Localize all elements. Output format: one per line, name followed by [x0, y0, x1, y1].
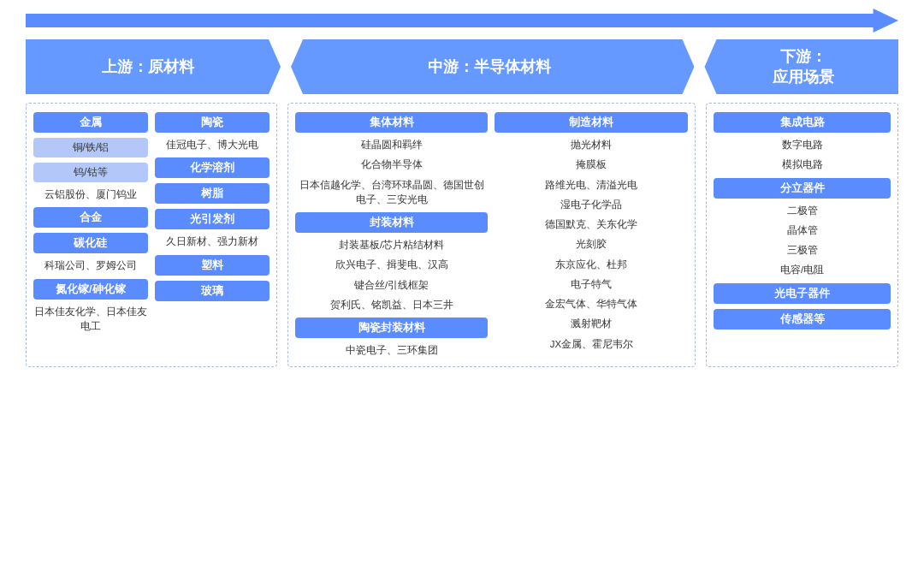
list-item: 湿电子化学品 — [495, 198, 688, 212]
list-item: 封装材料 — [295, 212, 489, 233]
list-item: 光刻胶 — [495, 237, 688, 252]
list-item: 抛光材料 — [495, 138, 688, 152]
list-item: 化合物半导体 — [295, 157, 489, 172]
list-item: 德国默克、关东化学 — [495, 217, 688, 232]
list-item: 封装基板/芯片粘结材料 — [295, 238, 489, 252]
list-item: 钨/钴等 — [33, 163, 148, 182]
list-item: 科瑞公司、罗姆公司 — [33, 258, 148, 273]
mid-col2: 制造材料抛光材料掩膜板路维光电、清溢光电湿电子化学品德国默克、关东化学光刻胶东京… — [495, 112, 688, 358]
list-item: 三极管 — [714, 243, 891, 258]
list-item: 溅射靶材 — [495, 317, 688, 331]
list-item: 集成电路 — [714, 112, 891, 133]
list-item: 铜/铁/铝 — [33, 138, 148, 157]
list-item: 陶瓷封装材料 — [295, 318, 489, 338]
list-item: 久日新材、强力新材 — [155, 235, 270, 249]
list-item: 欣兴电子、揖斐电、汉高 — [295, 258, 489, 272]
list-item: 化学溶剂 — [155, 157, 270, 178]
mid-col1: 集体材料硅晶圆和羁绊化合物半导体日本信越化学、台湾环球晶圆、德国世创电子、三安光… — [295, 112, 489, 358]
list-item: 陶瓷 — [155, 112, 270, 133]
list-item: 路维光电、清溢光电 — [495, 178, 688, 193]
list-item: 集体材料 — [295, 112, 489, 133]
list-item: 掩膜板 — [495, 157, 688, 172]
mid-panel: 集体材料硅晶圆和羁绊化合物半导体日本信越化学、台湾环球晶圆、德国世创电子、三安光… — [287, 103, 696, 367]
list-item: 佳冠电子、博大光电 — [155, 138, 270, 152]
list-item: 制造材料 — [495, 112, 688, 133]
list-item: 传感器等 — [714, 309, 891, 329]
list-item: 碳化硅 — [33, 233, 148, 253]
upstream-header: 上游：原材料 — [26, 39, 281, 94]
downstream-panel: 集成电路数字电路模拟电路分立器件二极管晶体管三极管电容/电阻光电子器件传感器等 — [706, 103, 898, 367]
list-item: 贺利氏、铭凯益、日本三井 — [295, 298, 489, 312]
list-item: 二极管 — [714, 204, 891, 218]
list-item: 金宏气体、华特气体 — [495, 297, 688, 312]
list-item: 云铝股份、厦门钨业 — [33, 187, 148, 202]
list-item: 数字电路 — [714, 138, 891, 152]
list-item: 氮化镓/砷化镓 — [33, 279, 148, 300]
section-headers: 上游：原材料 中游：半导体材料 下游： 应用场景 — [26, 39, 898, 94]
list-item: 电子特气 — [495, 277, 688, 292]
list-item: 键合丝/引线框架 — [295, 278, 489, 293]
list-item: 东京应化、杜邦 — [495, 258, 688, 272]
upstream-panel: 金属铜/铁/铝钨/钴等云铝股份、厦门钨业合金碳化硅科瑞公司、罗姆公司氮化镓/砷化… — [26, 103, 277, 367]
mid-header: 中游：半导体材料 — [291, 39, 694, 94]
list-item: 晶体管 — [714, 223, 891, 238]
main-content: 金属铜/铁/铝钨/钴等云铝股份、厦门钨业合金碳化硅科瑞公司、罗姆公司氮化镓/砷化… — [26, 103, 898, 367]
list-item: 光电子器件 — [714, 283, 891, 304]
list-item: 中瓷电子、三环集团 — [295, 343, 489, 358]
list-item: 模拟电路 — [714, 157, 891, 172]
list-item: JX金属、霍尼韦尔 — [495, 337, 688, 352]
list-item: 分立器件 — [714, 178, 891, 199]
upstream-col2: 陶瓷佳冠电子、博大光电化学溶剂树脂光引发剂久日新材、强力新材塑料玻璃 — [155, 112, 270, 358]
list-item: 树脂 — [155, 183, 270, 204]
list-item: 日本信越化学、台湾环球晶圆、德国世创电子、三安光电 — [295, 178, 489, 208]
mid-label: 中游：半导体材料 — [428, 56, 551, 77]
upstream-label: 上游：原材料 — [102, 56, 194, 77]
page-wrapper: 上游：原材料 中游：半导体材料 下游： 应用场景 金属铜/铁/铝钨/钴等云铝股份… — [0, 0, 924, 564]
list-item: 塑料 — [155, 255, 270, 276]
list-item: 玻璃 — [155, 281, 270, 301]
upstream-col1: 金属铜/铁/铝钨/钴等云铝股份、厦门钨业合金碳化硅科瑞公司、罗姆公司氮化镓/砷化… — [33, 112, 148, 358]
svg-marker-0 — [26, 9, 898, 33]
downstream-label: 下游： 应用场景 — [773, 46, 834, 87]
list-item: 电容/电阻 — [714, 263, 891, 277]
list-item: 日本佳友化学、日本佳友电工 — [33, 305, 148, 335]
top-arrow-bar — [26, 9, 898, 33]
list-item: 硅晶圆和羁绊 — [295, 138, 489, 152]
list-item: 光引发剂 — [155, 209, 270, 229]
downstream-header: 下游： 应用场景 — [704, 39, 898, 94]
list-item: 金属 — [33, 112, 148, 133]
list-item: 合金 — [33, 207, 148, 228]
